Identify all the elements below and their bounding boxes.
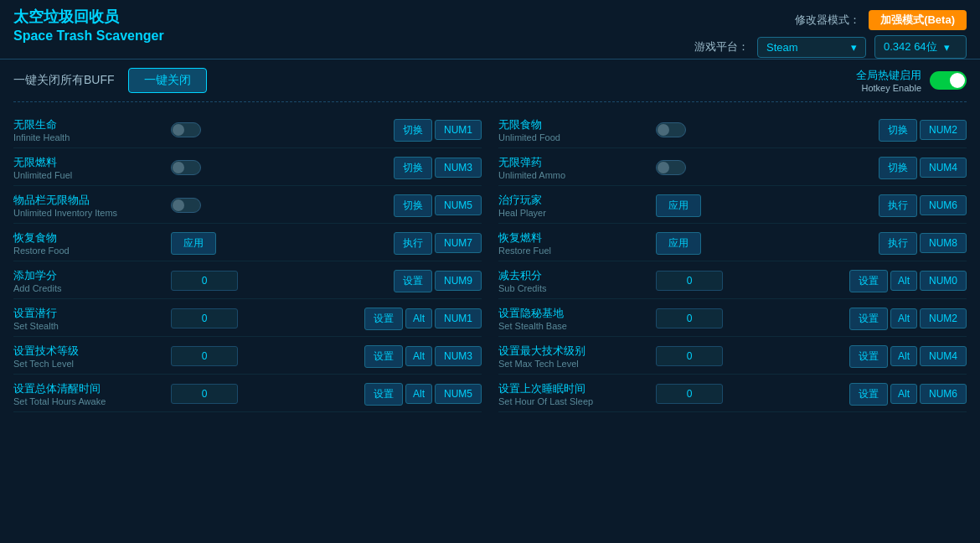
- hotkey-label-btn-set-total-hours-awake[interactable]: 设置: [364, 383, 403, 406]
- cheat-control-add-credits: [171, 271, 387, 291]
- hotkey-key-btn-restore-fuel[interactable]: NUM8: [920, 233, 967, 253]
- hotkey-alt-btn-set-stealth-base[interactable]: Alt: [890, 308, 917, 328]
- toggle-unlimited-fuel[interactable]: [171, 160, 201, 175]
- hotkey-group-set-tech-level: 设置AltNUM3: [364, 345, 482, 368]
- cheat-row-heal-player: 治疗玩家Heal Player应用执行NUM6: [498, 188, 967, 224]
- mode-badge: 加强模式(Beta): [869, 10, 967, 30]
- hotkey-label-btn-sub-credits[interactable]: 设置: [849, 270, 888, 292]
- hotkey-alt-btn-set-max-tech-level[interactable]: Alt: [890, 346, 917, 366]
- cheat-cn-set-tech-level: 设置技术等级: [13, 344, 164, 359]
- cheat-cn-add-credits: 添加学分: [13, 268, 164, 283]
- cheat-cn-unlimited-inventory: 物品栏无限物品: [13, 193, 164, 208]
- hotkey-key-btn-set-hour-last-sleep[interactable]: NUM6: [920, 384, 967, 404]
- cheat-label-unlimited-ammo: 无限弹药Unlimited Ammo: [498, 155, 649, 180]
- toggle-unlimited-inventory[interactable]: [171, 198, 201, 213]
- input-set-total-hours-awake[interactable]: [171, 384, 238, 404]
- apply-btn-heal-player[interactable]: 应用: [656, 194, 701, 217]
- hotkey-key-btn-add-credits[interactable]: NUM9: [435, 271, 482, 291]
- hotkey-label-btn-restore-food[interactable]: 执行: [394, 232, 432, 255]
- hotkey-alt-btn-set-total-hours-awake[interactable]: Alt: [405, 384, 432, 404]
- hotkey-group-heal-player: 执行NUM6: [879, 194, 967, 217]
- apply-btn-restore-food[interactable]: 应用: [171, 232, 216, 255]
- cheat-control-infinite-health: [171, 122, 387, 137]
- hotkey-key-btn-unlimited-fuel[interactable]: NUM3: [435, 158, 482, 178]
- version-select[interactable]: 0.342 64位 ▾: [874, 35, 967, 59]
- cheat-en-set-hour-last-sleep: Set Hour Of Last Sleep: [498, 396, 649, 406]
- hotkey-label-btn-unlimited-fuel[interactable]: 切换: [394, 157, 432, 179]
- hotkey-toggle[interactable]: [930, 71, 967, 90]
- cheat-label-set-tech-level: 设置技术等级Set Tech Level: [13, 344, 164, 369]
- input-set-stealth-base[interactable]: [656, 308, 723, 328]
- hotkey-alt-btn-set-tech-level[interactable]: Alt: [405, 346, 432, 366]
- input-sub-credits[interactable]: [656, 271, 723, 291]
- app-title-en: Space Trash Scavenger: [13, 28, 164, 50]
- cheat-label-restore-fuel: 恢复燃料Restore Fuel: [498, 230, 649, 256]
- version-value: 0.342 64位: [884, 39, 937, 54]
- cheat-label-set-hour-last-sleep: 设置上次睡眠时间Set Hour Of Last Sleep: [498, 381, 649, 406]
- hotkey-group-restore-food: 执行NUM7: [394, 232, 482, 255]
- hotkey-label-btn-unlimited-food[interactable]: 切换: [879, 119, 917, 142]
- top-controls-left: 一键关闭所有BUFF 一键关闭: [13, 68, 207, 93]
- cheat-en-unlimited-inventory: Unlimited Inventory Items: [13, 208, 164, 218]
- cheat-label-set-max-tech-level: 设置最大技术级别Set Max Tech Level: [498, 344, 649, 369]
- hotkey-key-btn-unlimited-food[interactable]: NUM2: [920, 120, 967, 140]
- cheat-en-set-total-hours-awake: Set Total Hours Awake: [13, 396, 164, 406]
- hotkey-alt-btn-set-hour-last-sleep[interactable]: Alt: [890, 384, 917, 404]
- mode-label: 修改器模式：: [795, 13, 860, 28]
- hotkey-label-btn-infinite-health[interactable]: 切换: [394, 119, 432, 142]
- cheat-row-infinite-health: 无限生命Infinite Health切换NUM1: [13, 112, 482, 148]
- input-set-hour-last-sleep[interactable]: [656, 384, 723, 404]
- hotkey-label-btn-set-stealth[interactable]: 设置: [364, 308, 403, 330]
- hotkey-label-btn-set-max-tech-level[interactable]: 设置: [849, 345, 888, 368]
- hotkey-alt-btn-sub-credits[interactable]: Alt: [890, 271, 917, 291]
- top-controls-right: 全局热键启用 Hotkey Enable: [856, 68, 967, 93]
- toggle-infinite-health[interactable]: [171, 122, 201, 137]
- cheat-cn-sub-credits: 减去积分: [498, 268, 649, 283]
- header-left: 太空垃圾回收员 Space Trash Scavenger: [13, 7, 164, 50]
- hotkey-key-btn-restore-food[interactable]: NUM7: [435, 233, 482, 253]
- hotkey-key-btn-heal-player[interactable]: NUM6: [920, 195, 967, 215]
- hotkey-label-btn-unlimited-ammo[interactable]: 切换: [879, 157, 917, 179]
- hotkey-key-btn-set-stealth-base[interactable]: NUM2: [920, 308, 967, 328]
- hotkey-key-btn-unlimited-ammo[interactable]: NUM4: [920, 158, 967, 178]
- cheat-cn-heal-player: 治疗玩家: [498, 193, 649, 208]
- hotkey-key-btn-set-total-hours-awake[interactable]: NUM5: [435, 384, 482, 404]
- hotkey-alt-btn-set-stealth[interactable]: Alt: [405, 308, 432, 328]
- hotkey-group-infinite-health: 切换NUM1: [394, 119, 482, 142]
- hotkey-key-btn-set-stealth[interactable]: NUM1: [435, 308, 482, 328]
- input-set-tech-level[interactable]: [171, 346, 238, 366]
- hotkey-label-btn-set-hour-last-sleep[interactable]: 设置: [849, 383, 888, 406]
- cheat-row-unlimited-food: 无限食物Unlimited Food切换NUM2: [498, 112, 967, 148]
- hotkey-key-btn-sub-credits[interactable]: NUM0: [920, 271, 967, 291]
- cheat-label-infinite-health: 无限生命Infinite Health: [13, 117, 164, 142]
- cheat-cn-set-max-tech-level: 设置最大技术级别: [498, 344, 649, 359]
- toggle-unlimited-ammo[interactable]: [656, 160, 686, 175]
- hotkey-label-btn-set-tech-level[interactable]: 设置: [364, 345, 403, 368]
- hotkey-key-btn-unlimited-inventory[interactable]: NUM5: [435, 195, 482, 215]
- apply-btn-restore-fuel[interactable]: 应用: [656, 232, 701, 255]
- close-all-button[interactable]: 一键关闭: [128, 68, 207, 93]
- hotkey-group-set-max-tech-level: 设置AltNUM4: [849, 345, 967, 368]
- hotkey-label-btn-add-credits[interactable]: 设置: [394, 270, 432, 292]
- hotkey-label-btn-unlimited-inventory[interactable]: 切换: [394, 194, 432, 217]
- cheat-label-set-stealth: 设置潜行Set Stealth: [13, 306, 164, 331]
- toggle-unlimited-food[interactable]: [656, 122, 686, 137]
- input-set-stealth[interactable]: [171, 308, 238, 328]
- cheat-cn-unlimited-fuel: 无限燃料: [13, 155, 164, 170]
- hotkey-key-btn-infinite-health[interactable]: NUM1: [435, 120, 482, 140]
- hotkey-key-btn-set-max-tech-level[interactable]: NUM4: [920, 346, 967, 366]
- platform-select[interactable]: Steam ▾: [757, 37, 866, 58]
- cheat-control-set-max-tech-level: [656, 346, 843, 366]
- platform-label: 游戏平台：: [694, 39, 749, 54]
- hotkey-info: 全局热键启用 Hotkey Enable: [856, 68, 921, 93]
- input-add-credits[interactable]: [171, 271, 238, 291]
- hotkey-label-btn-heal-player[interactable]: 执行: [879, 194, 917, 217]
- hotkey-key-btn-set-tech-level[interactable]: NUM3: [435, 346, 482, 366]
- close-all-label: 一键关闭所有BUFF: [13, 73, 115, 88]
- cheat-row-add-credits: 添加学分Add Credits设置NUM9: [13, 263, 482, 299]
- input-set-max-tech-level[interactable]: [656, 346, 723, 366]
- hotkey-label-btn-set-stealth-base[interactable]: 设置: [849, 308, 888, 330]
- cheat-label-set-stealth-base: 设置隐秘基地Set Stealth Base: [498, 306, 649, 331]
- hotkey-label-btn-restore-fuel[interactable]: 执行: [879, 232, 917, 255]
- cheat-cn-restore-fuel: 恢复燃料: [498, 230, 649, 246]
